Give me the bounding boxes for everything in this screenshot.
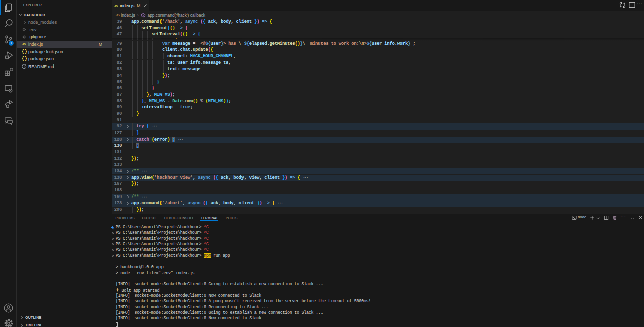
- svg-text:1: 1: [10, 41, 12, 45]
